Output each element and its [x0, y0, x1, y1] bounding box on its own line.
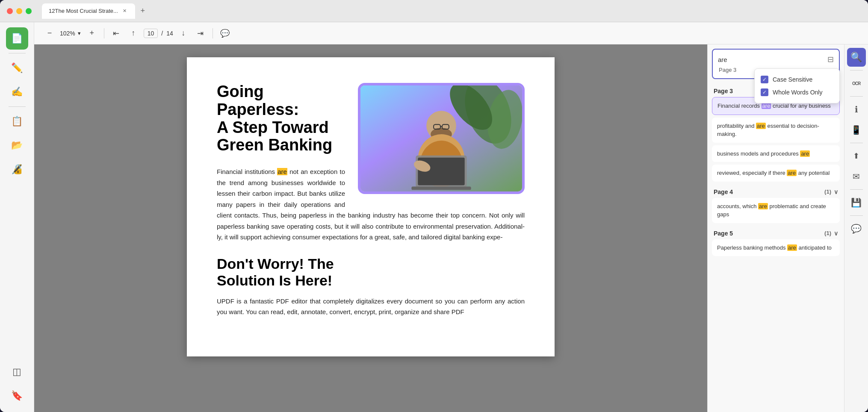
zoom-control: 102% ▼ — [60, 30, 82, 37]
comment-icon: ✍️ — [11, 86, 23, 97]
pdf-image — [360, 85, 522, 191]
result-6-before: Paperless banking methods — [717, 244, 787, 251]
last-page-button[interactable]: ⇥ — [194, 26, 207, 40]
title-bar: 12The Most Crucial Strate... ✕ + — [0, 0, 868, 22]
right-div-1 — [850, 70, 863, 71]
result-1-after: crucial for any business — [771, 103, 830, 109]
page5-chevron-icon[interactable]: ∨ — [834, 230, 838, 237]
whole-words-option[interactable]: ✓ Whole Words Only — [761, 86, 833, 99]
right-chat-button[interactable]: 💬 — [847, 219, 866, 238]
result-item-6[interactable]: Paperless banking methods are anticipate… — [712, 239, 840, 256]
sidebar-item-organize[interactable]: 📂 — [6, 134, 28, 156]
zoom-label[interactable]: 102% — [60, 30, 75, 37]
extract-icon: 📋 — [11, 116, 23, 127]
sidebar-item-comment[interactable]: ✍️ — [6, 81, 28, 103]
result-5-before: accounts, which — [717, 203, 758, 209]
current-page[interactable]: 10 — [144, 29, 158, 38]
zoom-out-button[interactable]: − — [43, 26, 56, 40]
right-div-4 — [850, 189, 863, 190]
first-page-button[interactable]: ⇤ — [109, 26, 123, 40]
result-item-4[interactable]: reviewed, especially if there are any po… — [712, 165, 840, 182]
layers-icon: ◫ — [12, 366, 21, 377]
result-4-after: any potential — [797, 170, 830, 176]
toolbar: − 102% ▼ + ⇤ ↑ 10 / — [34, 22, 868, 44]
next-page-icon: ↓ — [181, 29, 185, 38]
result-1-highlight: are — [762, 103, 771, 109]
pdf-viewer[interactable]: Going Paperless:A Step TowardGreen Banki… — [34, 44, 707, 412]
toolbar-sep-1 — [104, 28, 104, 38]
result-item-2[interactable]: profitability and are essential to decis… — [712, 118, 840, 143]
next-page-button[interactable]: ↓ — [177, 26, 190, 40]
tab-bar: 12The Most Crucial Strate... ✕ + — [42, 3, 861, 19]
result-group-page4-label: Page 4 — [714, 188, 733, 195]
right-mobile-button[interactable]: 📱 — [847, 121, 866, 139]
search-panel: ⊟ ✓ Case Sensitive ✓ Whole Words Only — [707, 44, 844, 412]
new-tab-button[interactable]: + — [137, 5, 149, 17]
filter-icon[interactable]: ⊟ — [827, 55, 834, 64]
sidebar-item-bookmark[interactable]: 🔖 — [6, 385, 28, 407]
page4-chevron-icon[interactable]: ∨ — [834, 188, 838, 195]
result-group-page4-badge: (1) ∨ — [824, 188, 838, 195]
comment-tool-button[interactable]: 💬 — [218, 26, 232, 40]
right-search-button[interactable]: 🔍 — [847, 48, 866, 67]
right-share-button[interactable]: ⬆ — [847, 147, 866, 165]
right-div-3 — [850, 143, 863, 143]
active-tab[interactable]: 12The Most Crucial Strate... ✕ — [42, 3, 135, 19]
case-sensitive-option[interactable]: ✓ Case Sensitive — [761, 73, 833, 86]
whole-words-checkbox[interactable]: ✓ — [761, 88, 768, 96]
search-results[interactable]: Page 3 Financial records are crucial for… — [708, 83, 844, 412]
page4-count: (1) — [824, 188, 831, 195]
tab-close-button[interactable]: ✕ — [121, 8, 128, 15]
search-input[interactable] — [718, 56, 824, 63]
protect-icon: 🔏 — [11, 164, 23, 175]
sidebar-item-document[interactable]: 📄 — [6, 27, 28, 50]
prev-page-button[interactable]: ↑ — [127, 26, 140, 40]
result-item-5[interactable]: accounts, which are problematic and crea… — [712, 198, 840, 223]
sidebar-item-protect[interactable]: 🔏 — [6, 158, 28, 180]
right-mail-button[interactable]: ✉ — [847, 167, 866, 186]
svg-rect-10 — [411, 186, 471, 190]
sidebar-item-layers[interactable]: ◫ — [6, 361, 28, 383]
result-1-before: Financial records — [717, 103, 762, 109]
result-group-page5[interactable]: Page 5 (1) ∨ — [712, 226, 840, 239]
case-sensitive-checkbox[interactable]: ✓ — [761, 76, 768, 83]
right-div-2 — [850, 96, 863, 97]
zoom-in-icon: + — [89, 29, 94, 38]
result-2-highlight: are — [756, 123, 766, 129]
result-2-before: profitability and — [717, 123, 756, 129]
document-icon: 📄 — [11, 33, 23, 44]
right-ocr-button[interactable]: OCR — [847, 74, 866, 93]
result-3-highlight: are — [800, 150, 810, 157]
sidebar-item-edit[interactable]: ✏️ — [6, 57, 28, 79]
result-6-after: anticipated to — [797, 244, 832, 251]
search-input-row: ⊟ — [718, 55, 834, 64]
maximize-button[interactable] — [26, 8, 32, 14]
right-storage-button[interactable]: 💾 — [847, 193, 866, 212]
pdf-highlight-are-1: are — [277, 168, 287, 175]
minimize-button[interactable] — [16, 8, 22, 14]
result-item-3[interactable]: business models and procedures are — [712, 145, 840, 162]
right-sidebar: 🔍 OCR ℹ 📱 ⬆ ✉ 💾 💬 — [844, 44, 868, 412]
zoom-in-button[interactable]: + — [85, 26, 99, 40]
bookmark-icon: 🔖 — [11, 390, 23, 401]
sidebar-divider-2 — [9, 106, 26, 107]
edit-icon: ✏️ — [11, 62, 23, 74]
sidebar-divider-1 — [9, 53, 26, 53]
tab-title: 12The Most Crucial Strate... — [49, 8, 118, 14]
zoom-dropdown-icon[interactable]: ▼ — [77, 31, 82, 36]
zoom-out-icon: − — [47, 29, 52, 38]
sidebar-item-extract[interactable]: 📋 — [6, 110, 28, 132]
pdf-section2-title: Don't Worry! TheSolution Is Here! — [217, 256, 525, 289]
result-group-page5-badge: (1) ∨ — [824, 230, 838, 237]
whole-words-label: Whole Words Only — [773, 89, 822, 96]
close-button[interactable] — [7, 8, 13, 14]
content-area: Going Paperless:A Step TowardGreen Banki… — [34, 44, 868, 412]
right-info-button[interactable]: ℹ — [847, 100, 866, 119]
result-group-page4[interactable]: Page 4 (1) ∨ — [712, 184, 840, 198]
case-sensitive-label: Case Sensitive — [773, 76, 812, 83]
result-group-page5-label: Page 5 — [714, 230, 733, 237]
total-pages: 14 — [166, 30, 173, 37]
result-6-highlight: are — [787, 244, 797, 251]
app-body: 📄 ✏️ ✍️ 📋 📂 🔏 ◫ — [0, 22, 868, 412]
sidebar-bottom: ◫ 🔖 — [6, 361, 28, 407]
